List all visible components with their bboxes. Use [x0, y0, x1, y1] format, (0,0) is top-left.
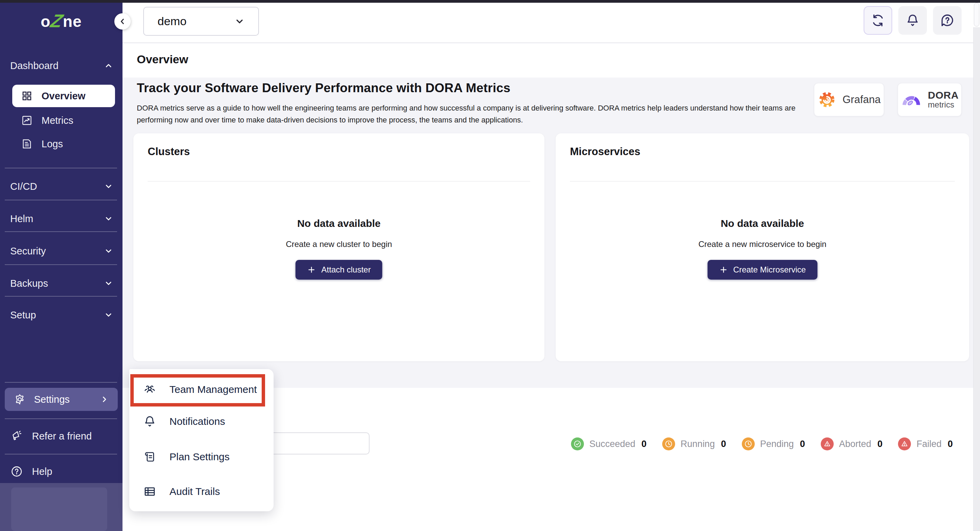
menu-item-notifications[interactable]: Notifications [129, 406, 274, 437]
help-button[interactable] [933, 6, 962, 35]
dora-button-label-1: DORA [928, 90, 959, 101]
status-count: 0 [641, 439, 646, 449]
divider [5, 168, 117, 169]
chevron-down-icon [104, 214, 113, 223]
menu-item-label: Notifications [169, 416, 225, 427]
attach-cluster-button-label: Attach cluster [321, 265, 371, 275]
menu-item-label: Plan Settings [169, 451, 230, 463]
sidebar-group-label: Setup [10, 310, 36, 321]
dora-metrics-button[interactable]: DORA metrics [898, 83, 962, 116]
bell-icon [143, 415, 156, 428]
menu-item-audit-trails[interactable]: Audit Trails [129, 476, 274, 507]
clusters-empty-subtitle: Create a new cluster to begin [134, 240, 544, 249]
annotation-highlight-box [130, 374, 265, 407]
grafana-button[interactable]: Grafana [814, 83, 884, 116]
table-icon [143, 485, 156, 498]
sidebar-item-label: Metrics [41, 115, 73, 126]
plus-icon [719, 266, 728, 274]
banner-title: Track your Software Delivery Performance… [137, 81, 511, 95]
divider [5, 200, 117, 200]
sidebar-footer-skeleton [11, 488, 107, 531]
divider [5, 231, 117, 232]
notifications-button[interactable] [898, 6, 927, 35]
status-label: Succeeded [589, 439, 635, 449]
divider [5, 454, 117, 455]
divider [148, 181, 530, 182]
attach-cluster-button[interactable]: Attach cluster [295, 260, 382, 280]
microservices-empty-title: No data available [556, 218, 969, 229]
sidebar-group-label: Backups [10, 278, 48, 289]
sidebar-item-overview[interactable]: Overview [12, 85, 115, 107]
sidebar-group-helm[interactable]: Helm [10, 210, 113, 227]
divider [5, 264, 117, 265]
page-header-strip [123, 43, 980, 78]
status-succeeded: Succeeded 0 [571, 437, 646, 450]
sidebar-group-cicd[interactable]: CI/CD [10, 178, 113, 195]
chevron-left-icon [118, 17, 127, 25]
project-selector[interactable]: demo [143, 7, 259, 36]
grafana-button-label: Grafana [843, 94, 881, 106]
sidebar-group-label: Security [10, 246, 46, 257]
scroll-icon [143, 450, 156, 464]
warning-triangle-icon [821, 437, 834, 450]
status-running: Running 0 [662, 437, 726, 450]
clock-icon [662, 437, 675, 450]
chevron-down-icon [104, 246, 113, 256]
bell-icon [905, 13, 920, 28]
status-count: 0 [877, 439, 882, 449]
project-selector-value: demo [158, 14, 186, 28]
megaphone-icon [10, 429, 23, 442]
page-title: Overview [137, 53, 188, 66]
microservices-empty-subtitle: Create a new microservice to begin [556, 240, 969, 249]
clusters-card: Clusters No data available Create a new … [134, 134, 544, 361]
warning-triangle-icon [898, 437, 911, 450]
sidebar-item-label: Settings [34, 394, 92, 405]
dora-gauge-icon [901, 92, 922, 107]
help-bubble-icon [940, 13, 955, 28]
chevron-down-icon [234, 16, 245, 27]
divider [570, 181, 955, 182]
status-label: Running [681, 439, 715, 449]
sidebar: Dashboard Overview Metrics Logs CI [0, 3, 123, 483]
gear-icon [14, 393, 26, 405]
chevron-down-icon [104, 310, 113, 320]
divider [5, 382, 117, 383]
scrollbar-thumb[interactable] [974, 3, 979, 27]
clusters-empty-title: No data available [134, 218, 544, 229]
sidebar-group-label: CI/CD [10, 181, 37, 192]
deployment-status-row: Succeeded 0 Running 0 Pending 0 Aborted … [571, 434, 953, 453]
sidebar-collapse-button[interactable] [115, 13, 130, 30]
chevron-up-icon [104, 61, 113, 70]
sidebar-item-label: Help [32, 466, 52, 477]
sidebar-group-setup[interactable]: Setup [10, 307, 113, 323]
sidebar-group-backups[interactable]: Backups [10, 275, 113, 292]
status-failed: Failed 0 [898, 437, 953, 450]
create-microservice-button-label: Create Microservice [733, 265, 806, 275]
menu-item-plan-settings[interactable]: Plan Settings [129, 441, 274, 472]
create-microservice-button[interactable]: Create Microservice [708, 260, 817, 280]
sidebar-group-label: Dashboard [10, 60, 59, 72]
status-pending: Pending 0 [742, 437, 805, 450]
brand-logo: oZne [0, 3, 123, 40]
sidebar-item-refer-a-friend[interactable]: Refer a friend [10, 427, 92, 445]
status-aborted: Aborted 0 [821, 437, 883, 450]
chevron-right-icon [100, 395, 109, 404]
sidebar-item-label: Overview [41, 91, 86, 102]
microservices-card-title: Microservices [570, 146, 640, 158]
metrics-icon [21, 114, 33, 126]
refresh-button[interactable] [864, 6, 892, 35]
sidebar-item-metrics[interactable]: Metrics [21, 112, 73, 129]
sidebar-item-logs[interactable]: Logs [21, 135, 63, 153]
sidebar-item-label: Refer a friend [32, 431, 92, 442]
refresh-icon [870, 13, 885, 28]
sidebar-group-dashboard[interactable]: Dashboard [10, 57, 113, 74]
grid-icon [21, 90, 33, 102]
scrollbar-track[interactable] [973, 27, 980, 531]
status-label: Pending [760, 439, 794, 449]
sidebar-item-help[interactable]: Help [10, 463, 52, 480]
check-circle-icon [571, 437, 584, 450]
sidebar-group-label: Helm [10, 213, 33, 224]
sidebar-group-security[interactable]: Security [10, 243, 113, 259]
dora-button-label-2: metrics [928, 101, 959, 109]
sidebar-item-settings[interactable]: Settings [5, 388, 118, 411]
